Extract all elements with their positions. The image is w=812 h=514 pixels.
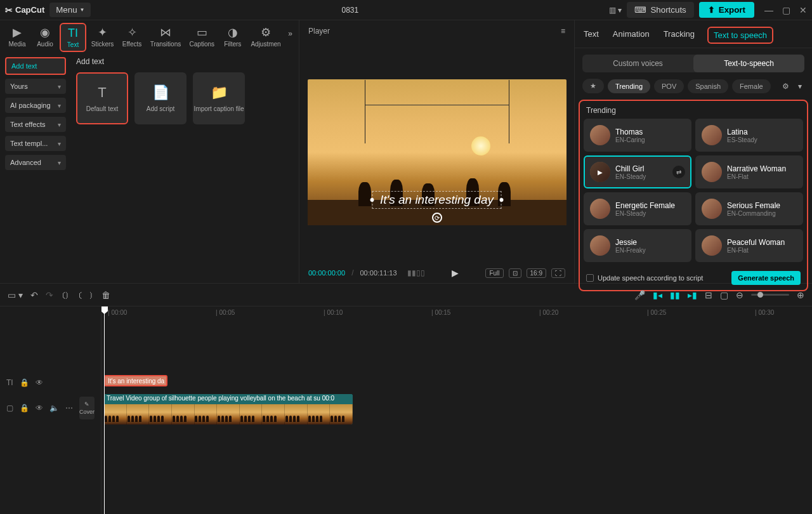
- split-icon[interactable]: ⟮⟯: [61, 290, 70, 300]
- voice-card-energetic-female[interactable]: Energetic FemaleEN-Steady: [584, 192, 691, 225]
- mic-icon[interactable]: 🎤: [634, 290, 645, 300]
- player-badge[interactable]: 16:9: [527, 268, 546, 278]
- video-preview[interactable]: It's an interesting day ⟳: [308, 79, 566, 225]
- layout-icon[interactable]: ▥ ▾: [609, 6, 622, 15]
- voice-toggle-text-to-speech[interactable]: Text-to-speech: [693, 55, 804, 72]
- more-tabs-icon[interactable]: »: [285, 23, 295, 44]
- preview-icon[interactable]: ⊟: [705, 290, 712, 300]
- voice-card-narrative-woman[interactable]: Narrative WomanEN-Flat: [695, 155, 803, 188]
- player-badge[interactable]: ⊡: [509, 268, 521, 278]
- avatar: [590, 162, 610, 182]
- lock-icon[interactable]: 🔒: [20, 404, 29, 412]
- avatar: [590, 125, 610, 145]
- filter-chip-trending[interactable]: Trending: [608, 79, 650, 93]
- marker-icon[interactable]: ▢: [720, 290, 728, 300]
- top-tab-adjustmen[interactable]: ⚙Adjustmen: [247, 23, 285, 50]
- voice-card-peaceful-woman[interactable]: Peaceful WomanEN-Flat: [695, 229, 803, 262]
- text-icon: TI: [68, 27, 78, 40]
- side-item-text-effects[interactable]: Text effects▾: [5, 117, 66, 132]
- delete-icon[interactable]: 🗑: [102, 290, 110, 300]
- filter-chip-star[interactable]: ★: [582, 79, 604, 93]
- rp-tab-animation[interactable]: Animation: [612, 27, 651, 44]
- play-button[interactable]: ▶: [452, 268, 459, 278]
- voice-settings-icon[interactable]: ⇄: [672, 166, 685, 178]
- top-tab-stickers[interactable]: ✦Stickers: [88, 23, 117, 50]
- avatar: [702, 235, 722, 256]
- card-default-text[interactable]: TDefault text: [76, 72, 128, 124]
- generate-speech-button[interactable]: Generate speech: [731, 271, 801, 285]
- side-item-text-templ-[interactable]: Text templ...▾: [5, 136, 66, 151]
- video-clip[interactable]: Travel Video group of silhouette people …: [104, 394, 353, 425]
- filter-chip-spanish[interactable]: Spanish: [688, 79, 728, 93]
- filter-dropdown-icon[interactable]: ▾: [796, 79, 804, 93]
- shortcuts-button[interactable]: ⌨Shortcuts: [627, 2, 693, 18]
- avatar: [702, 125, 722, 145]
- player-badge[interactable]: Full: [485, 268, 503, 278]
- lock-icon[interactable]: 🔒: [20, 378, 29, 387]
- avatar: [590, 199, 610, 219]
- menu-button[interactable]: Menu▼: [49, 3, 91, 17]
- link-icon[interactable]: ▮▮: [670, 290, 680, 300]
- filter-settings-icon[interactable]: ⚙: [780, 79, 792, 93]
- card-icon: T: [98, 84, 106, 101]
- trim-left-icon[interactable]: ⟮: [77, 290, 82, 300]
- maximize-icon[interactable]: ▢: [782, 5, 790, 15]
- top-tab-text[interactable]: TIText: [60, 23, 86, 52]
- more-icon[interactable]: ⋯: [65, 404, 73, 412]
- captions-icon: ▭: [197, 25, 207, 39]
- eye-icon[interactable]: 👁: [36, 404, 43, 412]
- voice-toggle-custom-voices[interactable]: Custom voices: [582, 55, 693, 72]
- filter-chip-female[interactable]: Female: [732, 79, 771, 93]
- text-track-head[interactable]: TI 🔒 👁: [0, 375, 101, 390]
- zoom-in-icon[interactable]: ⊕: [797, 290, 804, 300]
- voice-card-chill-girl[interactable]: Chill GirlEN-Steady ⇄: [584, 155, 691, 188]
- cover-button[interactable]: ✎ Cover: [79, 397, 95, 419]
- top-tab-filters[interactable]: ◑Filters: [219, 23, 246, 50]
- rp-tab-text-to-speech[interactable]: Text to speech: [707, 27, 773, 44]
- zoom-slider[interactable]: [751, 294, 789, 296]
- transitions-icon: ⋈: [160, 25, 171, 39]
- top-tab-media[interactable]: ▶Media: [4, 23, 30, 50]
- card-icon: 📄: [152, 84, 169, 101]
- voice-card-latina[interactable]: LatinaES-Steady: [695, 119, 803, 152]
- player-menu-icon[interactable]: ≡: [561, 27, 565, 36]
- eye-icon[interactable]: 👁: [36, 378, 43, 387]
- chevron-down-icon: ▾: [58, 121, 61, 128]
- voice-card-serious-female[interactable]: Serious FemaleEN-Commanding: [695, 192, 803, 225]
- rp-tab-tracking[interactable]: Tracking: [662, 27, 696, 44]
- ruler-tick: | 00:10: [324, 309, 343, 316]
- voice-card-thomas[interactable]: ThomasEN-Caring: [584, 119, 691, 152]
- video-track-head[interactable]: ▢ 🔒 👁 🔈 ⋯ ✎ Cover: [0, 390, 101, 426]
- text-clip[interactable]: It's an interesting da: [104, 375, 167, 386]
- card-import-caption-file[interactable]: 📁Import caption file: [193, 72, 245, 124]
- playhead[interactable]: [104, 306, 105, 514]
- redo-icon[interactable]: ↷: [46, 290, 53, 300]
- side-item-advanced[interactable]: Advanced▾: [5, 155, 66, 170]
- top-tab-audio[interactable]: ◉Audio: [32, 23, 58, 50]
- export-button[interactable]: ⬆Export: [699, 2, 754, 18]
- top-tab-captions[interactable]: ▭Captions: [186, 23, 218, 50]
- side-item-ai-packaging[interactable]: AI packaging▾: [5, 98, 66, 113]
- mute-icon[interactable]: 🔈: [49, 404, 59, 412]
- volume-bars-icon[interactable]: ▮▮▯▯: [407, 268, 425, 277]
- filter-chip-pov[interactable]: POV: [654, 79, 684, 93]
- top-tab-transitions[interactable]: ⋈Transitions: [147, 23, 185, 50]
- select-tool-icon[interactable]: ▭ ▾: [8, 290, 23, 300]
- side-item-yours[interactable]: Yours▾: [5, 79, 66, 94]
- text-overlay[interactable]: It's an interesting day: [372, 191, 502, 209]
- minimize-icon[interactable]: —: [764, 5, 773, 15]
- card-add-script[interactable]: 📄Add script: [134, 72, 187, 124]
- trim-right-icon[interactable]: ⟯: [89, 290, 94, 300]
- zoom-out-icon[interactable]: ⊖: [736, 290, 743, 300]
- close-icon[interactable]: ✕: [799, 5, 807, 15]
- voice-card-jessie[interactable]: JessieEN-Freaky: [584, 229, 691, 262]
- rp-tab-text[interactable]: Text: [582, 27, 600, 44]
- undo-icon[interactable]: ↶: [30, 290, 38, 300]
- player-badge[interactable]: ⛶: [551, 268, 565, 278]
- top-tab-effects[interactable]: ✧Effects: [119, 23, 145, 50]
- magnet-icon[interactable]: ▮◂: [653, 290, 662, 300]
- snap-icon[interactable]: ▸▮: [688, 290, 697, 300]
- side-item-add-text[interactable]: Add text: [5, 57, 66, 75]
- update-speech-checkbox[interactable]: Update speech according to script: [586, 274, 703, 282]
- rotate-handle-icon[interactable]: ⟳: [432, 213, 442, 223]
